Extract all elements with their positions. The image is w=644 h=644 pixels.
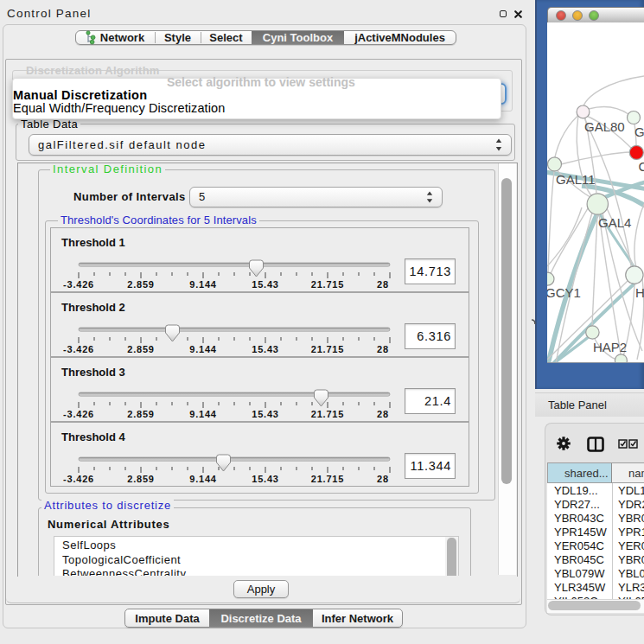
svg-text:-3.426: -3.426	[63, 474, 94, 484]
svg-text:HAP2: HAP2	[593, 340, 627, 354]
svg-text:-3.426: -3.426	[63, 279, 94, 290]
svg-text:28: 28	[377, 474, 389, 484]
svg-text:GAL11: GAL11	[556, 172, 596, 187]
svg-text:28: 28	[377, 344, 389, 354]
svg-text:2.859: 2.859	[127, 279, 155, 290]
svg-text:CYC1: CYC1	[639, 159, 644, 174]
svg-text:21.715: 21.715	[311, 409, 344, 419]
svg-text:21.715: 21.715	[311, 344, 344, 354]
svg-text:HAP1: HAP1	[635, 285, 644, 300]
svg-text:2.859: 2.859	[127, 474, 155, 484]
svg-text:GCY1: GCY1	[547, 285, 581, 300]
svg-text:GAL80: GAL80	[584, 119, 625, 134]
svg-text:-3.426: -3.426	[63, 409, 94, 419]
svg-text:15.43: 15.43	[252, 344, 279, 354]
svg-text:9.144: 9.144	[189, 474, 217, 484]
svg-text:21.715: 21.715	[311, 279, 344, 290]
svg-text:9.144: 9.144	[189, 409, 217, 419]
svg-text:9.144: 9.144	[189, 279, 217, 290]
svg-text:2.859: 2.859	[127, 409, 155, 419]
svg-text:21.715: 21.715	[311, 474, 344, 484]
svg-text:GAL3: GAL3	[634, 124, 644, 139]
svg-text:-3.426: -3.426	[63, 344, 94, 354]
svg-text:GAL4: GAL4	[598, 215, 631, 230]
svg-text:2.859: 2.859	[127, 344, 155, 354]
svg-text:28: 28	[377, 279, 389, 290]
svg-text:9.144: 9.144	[189, 344, 217, 354]
svg-text:28: 28	[377, 409, 389, 419]
svg-text:15.43: 15.43	[252, 279, 279, 290]
svg-text:15.43: 15.43	[252, 409, 279, 419]
svg-text:15.43: 15.43	[252, 474, 279, 484]
